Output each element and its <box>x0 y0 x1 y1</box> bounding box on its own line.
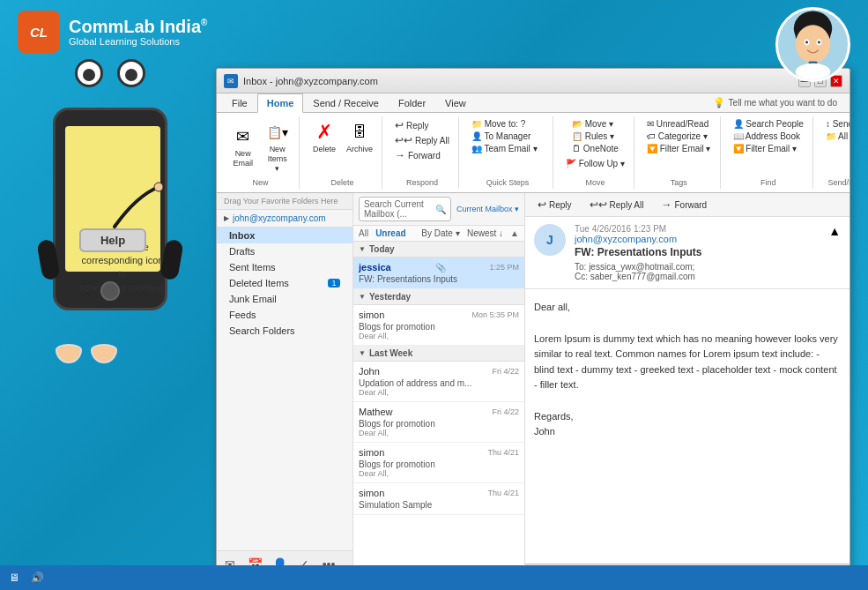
msg-preview-john: Dear All, <box>359 388 519 397</box>
logo-area: CL CommLab India® Global Learning Soluti… <box>18 11 207 53</box>
outlook-body: Drag Your Favorite Folders Here john@xyz… <box>217 193 849 578</box>
reading-forward-button[interactable]: → Forward <box>656 197 712 213</box>
filter-email-button[interactable]: 🔽 Filter Email ▾ <box>643 143 715 154</box>
reply-button[interactable]: ↩ Reply <box>391 118 453 132</box>
msg-time-simon-3: Thu 4/21 <box>487 489 519 497</box>
tab-folder[interactable]: Folder <box>389 93 435 113</box>
tab-file[interactable]: File <box>222 93 257 113</box>
message-simon-3[interactable]: simon Thu 4/21 Simulation Sample <box>353 483 524 515</box>
tab-home[interactable]: Home <box>257 93 304 113</box>
find-btns: 👤 Search People 📖 Address Book 🔽 Filter … <box>730 118 807 154</box>
email-body[interactable]: Dear all, Lorem Ipsum is dummy text whic… <box>525 289 849 564</box>
archive-button[interactable]: 🗄 Archive <box>343 118 376 156</box>
msg-sender-simon-1: simon <box>359 310 384 320</box>
ribbon-tabs: File Home Send / Receive Folder View 💡 T… <box>217 93 849 113</box>
ribbon-group-delete: ✗ Delete 🗄 Archive Delete <box>303 116 382 189</box>
tags-group-label: Tags <box>671 176 687 187</box>
message-jessica[interactable]: jessica 📎 1:25 PM FW: Presentations Inpu… <box>353 258 524 289</box>
date-group-today: Today <box>353 242 524 258</box>
msg-preview-simon-2: Dear All, <box>359 469 519 478</box>
new-email-button[interactable]: ✉ NewEmail <box>227 123 258 170</box>
rules-button[interactable]: 📋 Rules ▾ <box>568 131 622 142</box>
filter-bar: All Unread By Date ▾ Newest ↓ ▲ <box>353 226 524 242</box>
navigation-pane: Drag Your Favorite Folders Here john@xyz… <box>217 193 353 578</box>
folder-sent-items[interactable]: Sent Items <box>217 259 352 275</box>
message-simon-1[interactable]: simon Mon 5:35 PM Blogs for promotion De… <box>353 305 524 346</box>
to-manager-button[interactable]: 👤 To Manager <box>468 131 547 142</box>
tab-send-receive[interactable]: Send / Receive <box>303 93 389 113</box>
search-current-mailbox[interactable]: Search Current Mailbox (... 🔍 <box>359 197 451 221</box>
reading-reply-button[interactable]: ↩ Reply <box>532 197 577 213</box>
title-bar-left: ✉ Inbox - john@xyzcompany.com <box>224 74 378 88</box>
search-people-button[interactable]: 👤 Search People <box>730 118 807 130</box>
move-to-button[interactable]: 📁 Move to: ? <box>468 118 547 130</box>
msg-preview-mathew: Dear All, <box>359 429 519 437</box>
email-to: To: jessica_ywx@hotmail.com; <box>575 262 841 272</box>
folder-deleted-items[interactable]: Deleted Items 1 <box>217 275 352 291</box>
folder-junk-email[interactable]: Junk Email <box>217 291 352 307</box>
nav-folders: Inbox Drafts Sent Items Deleted Items 1 … <box>217 228 352 550</box>
commlab-logo-icon: CL <box>18 11 60 53</box>
folder-search-folders[interactable]: Search Folders <box>217 323 352 339</box>
delete-button[interactable]: ✗ Delete <box>308 118 340 156</box>
reading-reply-icon: ↩ <box>538 198 546 211</box>
team-email-button[interactable]: 👥 Team Email ▾ <box>468 143 547 154</box>
msg-subject-simon-2: Blogs for promotion <box>359 459 519 469</box>
msg-subject-simon-1: Blogs for promotion <box>359 322 519 332</box>
forward-button[interactable]: → Forward <box>391 148 453 162</box>
taskbar-sound-icon[interactable]: 🔊 <box>28 569 46 586</box>
email-body-text: Lorem Ipsum is dummy text which has no m… <box>534 332 841 393</box>
message-mathew[interactable]: Mathew Fri 4/22 Blogs for promotion Dear… <box>353 402 524 443</box>
filter-all[interactable]: All <box>359 228 368 238</box>
message-john[interactable]: John Fri 4/22 Updation of address and m.… <box>353 362 524 402</box>
follow-up-button[interactable]: 🚩 Follow Up ▾ <box>562 158 628 169</box>
filter-unread[interactable]: Unread <box>375 228 405 238</box>
msg-sender-john: John <box>359 366 380 377</box>
filter-by-date[interactable]: By Date ▾ Newest ↓ <box>421 228 503 238</box>
email-subject: FW: Presentations Inputs <box>575 246 701 258</box>
tell-me-box[interactable]: 💡 Tell me what you want to do <box>706 93 844 112</box>
quick-steps-group-label: Quick Steps <box>486 176 530 187</box>
nav-account[interactable]: john@xyzcompany.com <box>217 210 352 228</box>
message-list: Search Current Mailbox (... 🔍 Current Ma… <box>353 193 525 578</box>
folder-inbox[interactable]: Inbox <box>217 228 352 243</box>
folder-feeds[interactable]: Feeds <box>217 307 352 323</box>
messages-scroll[interactable]: Today jessica 📎 1:25 PM FW: Presentation… <box>353 242 524 578</box>
send-receive-all-button[interactable]: ↕ Send/R... <box>822 118 850 130</box>
phone-home-button <box>100 281 120 301</box>
find-filter-email-button[interactable]: 🔽 Filter Email ▾ <box>730 143 807 154</box>
new-items-button[interactable]: 📋▾ NewItems ▾ <box>261 118 293 175</box>
ribbon-group-tags: ✉ Unread/Read 🏷 Categorize ▾ 🔽 Filter Em… <box>638 116 721 189</box>
unread-read-button[interactable]: ✉ Unread/Read <box>643 118 715 130</box>
date-group-last-week: Last Week <box>353 346 524 362</box>
onenote-button[interactable]: 🗒 OneNote <box>568 143 622 154</box>
current-mailbox-dropdown[interactable]: Current Mailbox ▾ <box>456 205 519 213</box>
all-folders-button[interactable]: 📁 All Folde... <box>822 131 850 142</box>
reading-reply-all-button[interactable]: ↩↩ Reply All <box>584 197 649 213</box>
folder-drafts[interactable]: Drafts <box>217 243 352 259</box>
email-cc: Cc: saber_ken777@gmail.com <box>575 272 841 281</box>
ribbon: File Home Send / Receive Folder View 💡 T… <box>217 93 849 193</box>
ribbon-group-quick-steps: 📁 Move to: ? 👤 To Manager 👥 Team Email ▾… <box>463 116 553 189</box>
msg-subject-jessica: FW: Presentations Inputs <box>359 274 519 284</box>
expand-arrow[interactable]: ▲ <box>828 224 841 238</box>
msg-sender-simon-3: simon <box>359 488 384 498</box>
new-group-label: New <box>252 176 268 187</box>
title-bar: ✉ Inbox - john@xyzcompany.com — □ ✕ <box>217 69 849 93</box>
categorize-button[interactable]: 🏷 Categorize ▾ <box>643 131 715 142</box>
tags-btns: ✉ Unread/Read 🏷 Categorize ▾ 🔽 Filter Em… <box>643 118 715 154</box>
svg-point-10 <box>154 183 163 191</box>
move-button[interactable]: 📂 Move ▾ <box>568 118 622 130</box>
address-book-button[interactable]: 📖 Address Book <box>730 131 807 142</box>
taskbar-display-icon[interactable]: 🖥 <box>5 569 23 586</box>
ribbon-content: ✉ NewEmail 📋▾ NewItems ▾ New ✗ <box>217 113 849 192</box>
reply-all-button[interactable]: ↩↩ Reply All <box>391 133 453 147</box>
tab-view[interactable]: View <box>435 93 476 113</box>
msg-time-jessica: 1:25 PM <box>489 263 519 272</box>
svg-point-9 <box>796 63 831 79</box>
scroll-up-btn[interactable]: ▲ <box>510 228 519 238</box>
phone-character: Click on thecorresponding icon toschedul… <box>31 55 189 355</box>
message-simon-2[interactable]: simon Thu 4/21 Blogs for promotion Dear … <box>353 443 524 483</box>
msg-preview-simon-1: Dear All, <box>359 332 519 340</box>
reply-icon: ↩ <box>395 119 404 131</box>
